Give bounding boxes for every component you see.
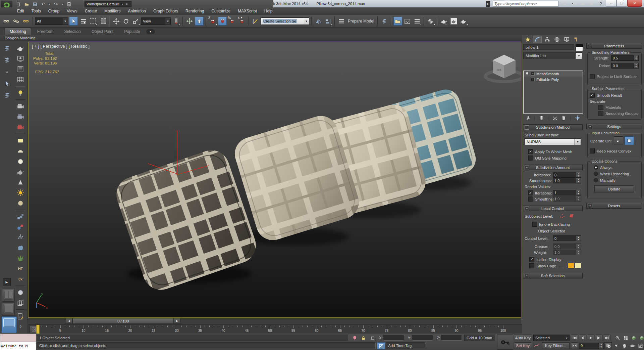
modifier-list-arrow-icon[interactable]: ▼ xyxy=(576,52,582,59)
spinner-snap-toggle-icon[interactable]: ▲▼ xyxy=(237,17,246,26)
tab-utilities[interactable] xyxy=(572,36,581,43)
teapot-wire-icon[interactable] xyxy=(15,167,25,177)
unlink-selection-icon[interactable] xyxy=(12,17,20,26)
material-editor-icon[interactable] xyxy=(426,17,435,26)
apply-to-whole-mesh-checkbox[interactable]: ✓Apply To Whole Mesh xyxy=(528,149,572,154)
ribbon-tab-populate[interactable]: Populate xyxy=(119,28,145,35)
dome-light-icon[interactable] xyxy=(15,146,25,156)
undo-dropdown-icon[interactable]: ▼ xyxy=(48,1,51,7)
menu-create[interactable]: Create xyxy=(81,7,101,15)
favorites-star-icon[interactable] xyxy=(589,1,595,7)
listener-text[interactable]: Welcome to M xyxy=(0,342,36,350)
ribbon-tab-object-paint[interactable]: Object Paint xyxy=(87,28,118,35)
stack-row-meshsmooth[interactable]: + MeshSmooth xyxy=(524,71,583,77)
smoothness-spinner[interactable]: 1.0▲▼ xyxy=(553,178,581,183)
time-slider-next-button[interactable]: ▶ xyxy=(174,318,180,324)
key-filter-curve-icon[interactable] xyxy=(533,342,541,349)
viewport-layout-tab-active[interactable] xyxy=(1,316,17,333)
viewport-label[interactable]: [ + ] [ Perspective ] [ Realistic ] xyxy=(32,44,90,49)
play-button[interactable] xyxy=(587,335,594,341)
tab-modify[interactable] xyxy=(533,36,542,43)
go-to-end-button[interactable] xyxy=(603,335,610,341)
keyboard-shortcut-override-icon[interactable] xyxy=(195,17,204,26)
project-limit-surface-checkbox[interactable]: Project to Limit Surface xyxy=(590,74,637,79)
sphere-tool-icon[interactable] xyxy=(15,288,25,297)
rendered-frame-window-icon[interactable] xyxy=(449,17,458,26)
strength-spinner[interactable]: 0.5▲▼ xyxy=(611,55,639,61)
sky-icon[interactable] xyxy=(15,199,25,208)
percent-snap-toggle-icon[interactable]: % xyxy=(228,17,236,26)
operate-on-quad-button[interactable] xyxy=(625,136,634,145)
selection-filter-dropdown[interactable]: All▼ xyxy=(35,17,68,25)
menu-customize[interactable]: Customize xyxy=(208,7,234,15)
camera-icon[interactable] xyxy=(15,102,25,111)
light-lister-icon[interactable] xyxy=(15,88,25,98)
array-icon[interactable] xyxy=(15,212,25,221)
zoom-icon[interactable] xyxy=(614,335,621,341)
schematic-view-icon[interactable] xyxy=(413,17,422,26)
modifier-stack-icon[interactable] xyxy=(2,44,12,53)
select-by-name-icon[interactable] xyxy=(79,17,88,26)
render-frame-icon[interactable] xyxy=(15,54,25,63)
time-configuration-icon[interactable] xyxy=(604,342,612,349)
auto-key-button[interactable]: Auto Key xyxy=(514,335,532,341)
render-setup-list-icon[interactable] xyxy=(15,64,25,74)
z-coordinate-field[interactable] xyxy=(441,335,462,341)
ox-shell-icon[interactable]: 0x xyxy=(15,274,25,284)
vertex-subobject-icon[interactable] xyxy=(559,213,565,219)
minimize-button[interactable]: ─ xyxy=(606,0,616,7)
configure-modifier-sets-icon[interactable] xyxy=(575,115,580,121)
rollout-resets[interactable]: +Resets xyxy=(586,203,642,209)
zoom-extents-all-icon[interactable] xyxy=(638,335,644,341)
current-frame-marker[interactable] xyxy=(36,325,40,334)
angle-snap-toggle-icon[interactable] xyxy=(218,17,227,26)
tab-create[interactable] xyxy=(523,36,532,43)
toggle-scene-explorer-icon[interactable] xyxy=(393,17,402,26)
menu-animation[interactable]: Animation xyxy=(124,7,150,15)
time-slider-handle[interactable]: 0 / 100 xyxy=(72,318,174,324)
orbit-icon[interactable] xyxy=(629,342,636,349)
isolate-selection-icon[interactable] xyxy=(351,335,358,341)
track-bar[interactable]: 0510152025303540455055606570758085909510… xyxy=(28,324,522,334)
rock-icon[interactable] xyxy=(15,243,25,253)
bitmap-pages-icon[interactable] xyxy=(15,298,25,308)
adaptive-degradation-icon[interactable] xyxy=(377,342,385,350)
tab-display[interactable] xyxy=(562,36,571,43)
named-selection-sets-dropdown[interactable]: Create Selection Se▼ xyxy=(261,17,309,25)
plane-map-icon[interactable] xyxy=(15,233,25,242)
snaps-toggle-icon[interactable]: 3 xyxy=(208,17,217,26)
render-setup-icon[interactable] xyxy=(440,17,448,26)
maxscript-mini-listener[interactable]: Welcome to M xyxy=(0,334,36,350)
script-icon[interactable] xyxy=(15,312,25,321)
update-always-radio[interactable]: Always xyxy=(594,165,612,170)
close-button[interactable]: ✕ xyxy=(627,0,642,7)
sun-light-icon[interactable] xyxy=(15,188,25,198)
select-and-rotate-icon[interactable] xyxy=(121,17,130,26)
render-teapot-icon[interactable] xyxy=(15,44,25,53)
tab-motion[interactable] xyxy=(552,36,561,43)
iterations-spinner[interactable]: 0▲▼ xyxy=(553,172,581,178)
update-manually-radio[interactable]: Manually xyxy=(594,178,615,182)
ribbon-options-dropdown-icon[interactable]: ▼ xyxy=(146,29,155,34)
fov-icon[interactable] xyxy=(612,342,620,349)
menu-edit[interactable]: Edit xyxy=(13,7,28,15)
camera-night-icon[interactable] xyxy=(15,112,25,122)
rollout-soft-selection[interactable]: +Soft Selection xyxy=(523,273,583,278)
ignore-backfacing-checkbox[interactable]: Ignore Backfacing xyxy=(532,222,570,227)
modifier-list-dropdown[interactable]: Modifier List ▼ xyxy=(523,52,582,59)
menu-views[interactable]: Views xyxy=(63,7,81,15)
redo-icon[interactable]: ↷ xyxy=(53,1,59,7)
y-coordinate-field[interactable] xyxy=(412,335,433,341)
communication-center-icon[interactable] xyxy=(580,1,586,7)
new-scene-icon[interactable] xyxy=(15,1,21,7)
hair-farm-icon[interactable]: HF xyxy=(15,264,25,273)
menu-modifiers[interactable]: Modifiers xyxy=(101,7,124,15)
curve-editor-icon[interactable] xyxy=(403,17,412,26)
reference-coordinate-dropdown[interactable]: View▼ xyxy=(141,17,171,25)
rectangular-selection-region-icon[interactable] xyxy=(89,17,97,26)
menu-graph-editors[interactable]: Graph Editors xyxy=(150,7,182,15)
workspace-dropdown[interactable]: Workspace: Default ▼ ≡ xyxy=(85,1,131,7)
add-modifier-icon[interactable]: + xyxy=(2,67,12,77)
render-iterations-spinner[interactable]: 1▲▼ xyxy=(553,190,581,195)
relax-spinner[interactable]: 0.0▲▼ xyxy=(611,63,639,69)
